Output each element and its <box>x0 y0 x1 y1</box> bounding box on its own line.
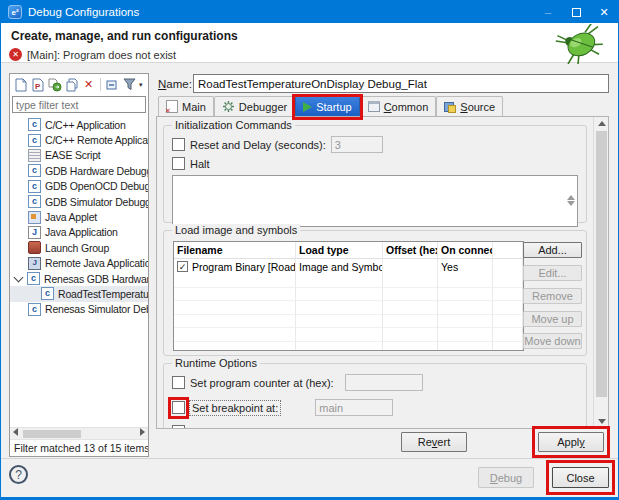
tree-item-gdb-openocd[interactable]: GDB OpenOCD Debugging <box>10 179 148 194</box>
group-title: Load image and symbols <box>172 224 300 236</box>
play-icon <box>303 102 312 112</box>
dropdown-caret-icon[interactable]: ▾ <box>139 81 145 89</box>
minimize-button[interactable]: – <box>534 1 562 23</box>
partial-checkbox[interactable] <box>172 425 185 429</box>
move-down-button[interactable]: Move down <box>523 333 582 349</box>
delete-icon[interactable]: ✕ <box>81 77 96 92</box>
new-prototype-icon[interactable]: P <box>30 77 45 92</box>
tree-item-renesas-gdb-hardware[interactable]: Renesas GDB Hardware Deb <box>10 271 148 286</box>
column-header[interactable]: Load type <box>296 242 383 259</box>
scroll-up-icon[interactable] <box>594 117 609 130</box>
program-counter-input[interactable] <box>345 374 423 391</box>
column-header[interactable]: Offset (hex) <box>383 242 438 259</box>
c-application-icon <box>28 180 41 193</box>
tab-startup[interactable]: Startup <box>295 96 359 116</box>
scroll-down-icon[interactable] <box>567 206 575 224</box>
java-applet-icon <box>28 211 41 224</box>
c-application-icon <box>28 118 41 131</box>
tree-item-cpp-application[interactable]: C/C++ Application <box>10 117 148 132</box>
tree-item-launch-group[interactable]: Launch Group <box>10 240 148 255</box>
tree-item-remote-java[interactable]: Remote Java Application <box>10 256 148 271</box>
column-header[interactable]: Filename <box>174 242 296 259</box>
reset-and-delay-label: Reset and Delay (seconds): <box>190 139 326 151</box>
breakpoint-input[interactable] <box>315 399 393 416</box>
maximize-button[interactable] <box>562 1 590 23</box>
table-header-row: Filename Load type Offset (hex) On conne… <box>174 242 523 259</box>
debugger-gear-icon <box>222 100 235 113</box>
load-image-symbols-group: Load image and symbols Filename Load typ… <box>163 230 587 356</box>
tree-item-cpp-remote[interactable]: C/C++ Remote Application <box>10 132 148 147</box>
set-breakpoint-label: Set breakpoint at: <box>190 401 280 415</box>
c-application-icon <box>28 164 41 177</box>
error-message: [Main]: Program does not exist <box>27 49 176 61</box>
move-up-button[interactable]: Move up <box>523 311 582 327</box>
debug-button[interactable]: Debug <box>478 467 534 488</box>
configuration-tree: C/C++ Application C/C++ Remote Applicati… <box>10 115 148 427</box>
load-image-table[interactable]: Filename Load type Offset (hex) On conne… <box>173 241 524 351</box>
tree-item-renesas-simulator[interactable]: Renesas Simulator Debuggin <box>10 302 148 317</box>
scroll-left-icon[interactable] <box>10 428 21 440</box>
horizontal-scrollbar[interactable] <box>10 427 148 439</box>
empty-table-row <box>174 315 523 329</box>
runtime-options-group: Runtime Options Set program counter at (… <box>163 363 587 429</box>
tab-source[interactable]: Source <box>436 96 503 116</box>
java-application-icon <box>28 226 41 239</box>
debug-bug-icon <box>550 24 608 64</box>
expander-chevron-icon[interactable] <box>14 272 24 282</box>
tab-debugger[interactable]: Debugger <box>214 96 295 116</box>
c-application-icon <box>41 287 54 300</box>
tree-item-java-applet[interactable]: Java Applet <box>10 209 148 224</box>
set-program-counter-checkbox[interactable] <box>172 376 185 389</box>
tab-bar: Main Debugger Startup Common Source <box>158 95 503 116</box>
tree-item-ease-script[interactable]: EASE Script <box>10 148 148 163</box>
tree-item-gdb-hardware[interactable]: GDB Hardware Debugging <box>10 163 148 178</box>
column-header <box>493 242 523 259</box>
set-breakpoint-checkbox[interactable] <box>172 401 185 414</box>
error-message-row: ✕ [Main]: Program does not exist <box>9 48 176 61</box>
page-title: Create, manage, and run configurations <box>1 23 618 43</box>
duplicate-icon[interactable] <box>64 77 79 92</box>
close-button[interactable]: Close <box>552 467 609 488</box>
reset-delay-input[interactable] <box>331 136 383 153</box>
scrollbar-thumb[interactable] <box>596 131 607 397</box>
maximize-icon <box>572 8 581 17</box>
new-configuration-icon[interactable] <box>13 77 28 92</box>
tab-common[interactable]: Common <box>360 96 437 116</box>
help-button[interactable]: ? <box>9 465 28 484</box>
table-row[interactable]: ✓Program Binary [RoadT... Image and Symb… <box>174 259 523 274</box>
svg-text:P: P <box>35 82 41 91</box>
export-configuration-icon[interactable] <box>47 77 62 92</box>
source-tab-icon <box>444 101 456 113</box>
dialog-header: Create, manage, and run configurations ✕… <box>1 23 618 63</box>
add-button[interactable]: Add... <box>523 242 582 258</box>
revert-button[interactable]: Revert <box>401 432 467 452</box>
apply-button[interactable]: Apply <box>538 432 604 452</box>
init-commands-textarea[interactable] <box>172 175 578 227</box>
tab-main[interactable]: Main <box>158 96 214 116</box>
filter-input[interactable] <box>12 96 146 113</box>
c-application-icon <box>28 134 41 147</box>
debug-configurations-dialog: Debug Configurations – ✕ Create, manage,… <box>0 0 619 500</box>
tree-item-java-application[interactable]: Java Application <box>10 225 148 240</box>
reset-and-delay-checkbox[interactable] <box>172 138 185 151</box>
filter-status: Filter matched 13 of 15 items <box>10 439 148 456</box>
scroll-down-icon[interactable] <box>594 415 609 428</box>
group-title: Runtime Options <box>172 357 260 369</box>
close-window-button[interactable]: ✕ <box>590 1 618 23</box>
edit-button[interactable]: Edit... <box>523 265 582 281</box>
tree-item-roadtest-config[interactable]: RoadTestTemperatureOnl <box>10 286 148 301</box>
halt-checkbox[interactable] <box>172 157 185 170</box>
scroll-up-icon[interactable] <box>567 178 575 196</box>
partial-label: R <box>190 426 198 430</box>
tree-item-gdb-simulator[interactable]: GDB Simulator Debugging ( <box>10 194 148 209</box>
scrollbar-thumb[interactable] <box>23 430 81 438</box>
name-input[interactable] <box>193 74 609 93</box>
vertical-scrollbar[interactable] <box>593 117 608 428</box>
collapse-all-icon[interactable] <box>105 77 120 92</box>
footer-separator <box>1 458 618 459</box>
column-header[interactable]: On connect <box>438 242 493 259</box>
row-checkbox[interactable]: ✓ <box>177 261 188 272</box>
filter-icon[interactable] <box>122 77 137 92</box>
scroll-right-icon[interactable] <box>137 428 148 440</box>
remove-button[interactable]: Remove <box>523 288 582 304</box>
